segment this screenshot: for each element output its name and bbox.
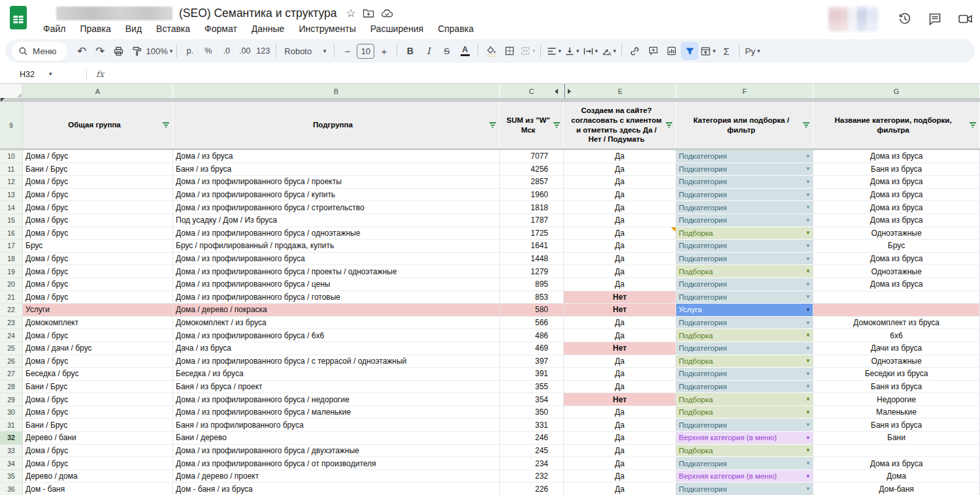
cell-category-name[interactable] xyxy=(813,445,980,458)
name-box[interactable]: H32 ▾ xyxy=(0,70,82,79)
cell-category-name[interactable]: Домокомплект из бруса xyxy=(813,317,980,330)
text-rotation-button[interactable]: A ▾ xyxy=(600,42,617,60)
cell-category-name[interactable] xyxy=(813,304,980,317)
cell-subgroup[interactable]: Беседка / из бруса xyxy=(173,368,500,381)
cell-sum-value[interactable]: 226 xyxy=(500,483,564,495)
cell-general-group[interactable]: Беседка / брус xyxy=(23,368,173,381)
row-header[interactable]: 11 xyxy=(0,163,23,176)
category-type-dropdown[interactable]: Подкатегория▾ xyxy=(676,163,813,176)
currency-format-button[interactable]: р. xyxy=(181,42,199,60)
row-header[interactable]: 33 xyxy=(0,445,23,458)
cell-general-group[interactable]: Дома / брус xyxy=(23,291,173,304)
strikethrough-button[interactable]: S xyxy=(438,42,455,60)
font-size-input[interactable]: 10 xyxy=(357,42,374,60)
filter-icon[interactable] xyxy=(802,122,810,129)
menu-item-2[interactable]: Правка xyxy=(74,23,116,35)
row-header[interactable]: 24 xyxy=(0,329,23,342)
cell-category-name[interactable]: Дома из бруса xyxy=(813,201,980,214)
print-button[interactable] xyxy=(110,42,127,60)
category-type-dropdown[interactable]: Верхняя категория (в меню)▾ xyxy=(676,470,813,483)
cell-subgroup[interactable]: Под усадку / Дом / Из бруса xyxy=(173,214,500,227)
cell-category-name[interactable]: Дома из бруса xyxy=(813,278,980,291)
hidden-column-left-arrow-icon[interactable] xyxy=(555,89,558,94)
cell-general-group[interactable]: Дерево / бани xyxy=(23,432,173,445)
functions-button[interactable]: Σ xyxy=(717,42,735,60)
cell-create-on-site[interactable]: Да xyxy=(564,445,676,458)
cell-subgroup[interactable]: Дома / из профилированного бруса / от пр… xyxy=(173,457,500,470)
cell-create-on-site[interactable]: Да xyxy=(564,432,676,445)
cloud-saved-icon[interactable] xyxy=(381,8,393,18)
video-call-button[interactable] xyxy=(958,12,973,26)
cell-create-on-site[interactable]: Да xyxy=(564,329,676,342)
cell-category-name[interactable]: Баня из бруса xyxy=(813,163,980,176)
text-color-button[interactable]: A xyxy=(456,42,474,60)
cell-create-on-site[interactable]: Да xyxy=(564,214,676,227)
cell-sum-value[interactable]: 350 xyxy=(500,406,564,419)
cell-general-group[interactable]: Услуги xyxy=(23,304,173,317)
cell-sum-value[interactable]: 391 xyxy=(500,368,564,381)
cell-general-group[interactable]: Дома / брус xyxy=(23,201,173,214)
cell-category-name[interactable]: Маленькие xyxy=(813,406,980,419)
cell-subgroup[interactable]: Дом - баня / из бруса xyxy=(173,483,500,495)
cell-general-group[interactable]: Бани / Брус xyxy=(23,381,173,394)
cell-sum-value[interactable]: 566 xyxy=(500,317,564,330)
undo-button[interactable]: ↶ xyxy=(73,42,91,60)
row-header[interactable]: 25 xyxy=(0,342,23,355)
row-header[interactable]: 20 xyxy=(0,278,23,291)
cell-general-group[interactable]: Дома / брус xyxy=(23,329,173,342)
row-header[interactable]: 22 xyxy=(0,304,23,317)
fill-color-button[interactable] xyxy=(482,42,500,60)
percent-format-button[interactable]: % xyxy=(199,42,217,60)
cell-subgroup[interactable]: Дома / из профилированного бруса / строи… xyxy=(173,201,500,214)
category-type-dropdown[interactable]: Подборка▾ xyxy=(676,445,813,458)
cell-category-name[interactable]: Дома из бруса xyxy=(813,253,980,266)
cell-category-name[interactable]: Дома из бруса xyxy=(813,150,980,163)
cell-subgroup[interactable]: Дома / из профилированного бруса / цены xyxy=(173,278,500,291)
zoom-select[interactable]: 100%▾ xyxy=(146,42,173,60)
cell-create-on-site[interactable]: Да xyxy=(564,201,676,214)
cell-general-group[interactable]: Дома / дачи / брус xyxy=(23,342,173,355)
row-header[interactable]: 30 xyxy=(0,406,23,419)
cell-subgroup[interactable]: Брус / профилированный / продажа, купить xyxy=(173,240,500,253)
cell-create-on-site[interactable]: Да xyxy=(564,470,676,483)
cell-create-on-site[interactable]: Да xyxy=(564,355,676,368)
column-header-b[interactable]: B xyxy=(173,84,500,98)
cell-create-on-site[interactable]: Да xyxy=(564,483,676,495)
category-type-dropdown[interactable]: Подкатегория▾ xyxy=(676,419,813,432)
category-type-dropdown[interactable]: Подкатегория▾ xyxy=(676,457,813,470)
cell-subgroup[interactable]: Дома / из профилированного бруса / готов… xyxy=(173,291,500,304)
row-header[interactable]: 34 xyxy=(0,457,23,470)
menu-item-3[interactable]: Вид xyxy=(120,23,147,35)
cell-category-name[interactable]: Брус xyxy=(813,240,980,253)
row-header[interactable]: 12 xyxy=(0,176,23,189)
cell-general-group[interactable]: Дома / брус xyxy=(23,227,173,240)
menu-item-8[interactable]: Расширения xyxy=(365,23,429,35)
filter-icon[interactable] xyxy=(969,122,977,129)
column-header-e[interactable]: E xyxy=(564,84,676,98)
more-formats-button[interactable]: 123 xyxy=(254,42,272,60)
cell-category-name[interactable]: Одноэтажные xyxy=(813,265,980,278)
cell-sum-value[interactable]: 1725 xyxy=(500,227,564,240)
cell-create-on-site[interactable]: Нет xyxy=(564,304,676,317)
filter-icon[interactable] xyxy=(553,122,561,129)
search-menus-button[interactable]: Меню xyxy=(12,42,67,61)
horizontal-align-button[interactable]: ▾ xyxy=(545,42,563,60)
cell-sum-value[interactable]: 895 xyxy=(500,278,564,291)
category-type-dropdown[interactable]: Подкатегория▾ xyxy=(676,253,813,266)
borders-button[interactable] xyxy=(500,42,518,60)
category-type-dropdown[interactable]: Подкатегория▾ xyxy=(676,278,813,291)
cell-general-group[interactable]: Дома / брус xyxy=(23,253,173,266)
column-header-g[interactable]: G xyxy=(813,84,980,98)
cell-subgroup[interactable]: Дома / из профилированного бруса / недор… xyxy=(173,393,500,406)
category-type-dropdown[interactable]: Подкатегория▾ xyxy=(676,214,813,227)
cell-sum-value[interactable]: 1641 xyxy=(500,240,564,253)
cell-category-name[interactable]: Дом-баня xyxy=(813,483,980,495)
cell-create-on-site[interactable]: Да xyxy=(564,240,676,253)
cell-subgroup[interactable]: Дача / из бруса xyxy=(173,342,500,355)
cell-sum-value[interactable]: 2857 xyxy=(500,176,564,189)
row-header[interactable]: 21 xyxy=(0,291,23,304)
comments-button[interactable] xyxy=(928,12,942,26)
col-header-category-name[interactable]: Название категории, подборки, фильтра xyxy=(813,102,980,148)
cell-sum-value[interactable]: 246 xyxy=(500,432,564,445)
row-header[interactable]: 16 xyxy=(0,227,23,240)
